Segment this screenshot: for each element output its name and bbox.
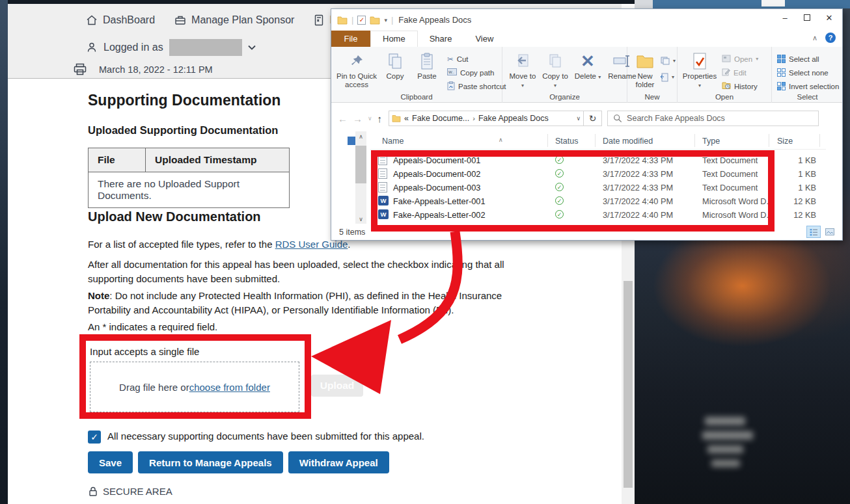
up-icon[interactable]: ↑ [377, 113, 383, 124]
cut-button[interactable]: ✂ Cut [447, 52, 506, 66]
file-type: Microsoft Word D... [702, 210, 773, 220]
home-icon [86, 14, 98, 26]
word-file-icon: W [378, 196, 389, 206]
scroll-up-icon[interactable]: ∧ [355, 131, 366, 141]
new-item-button[interactable]: ▾ [661, 54, 676, 68]
properties-check-icon[interactable]: ✓ [357, 16, 366, 25]
column-status[interactable]: Status [555, 137, 578, 146]
all-submitted-checkbox[interactable]: ✓ [88, 431, 101, 444]
crumb-current[interactable]: Fake Appeals Docs [478, 114, 549, 123]
nav-pane-scrollbar[interactable]: ∧ ∨ [355, 131, 366, 224]
crumb-overflow[interactable]: « [404, 114, 409, 123]
save-button[interactable]: Save [88, 451, 133, 473]
back-icon[interactable]: ← [338, 113, 348, 124]
file-dropzone[interactable]: Drag file here or choose from folder [90, 362, 299, 412]
select-none-button[interactable]: Select none [777, 66, 839, 79]
file-size: 1 KB [771, 169, 816, 179]
qat-customize-icon[interactable]: ▾ [384, 17, 387, 23]
tab-view[interactable]: View [463, 31, 505, 47]
folder-icon[interactable] [337, 16, 348, 25]
refresh-button[interactable]: ↻ [584, 111, 602, 126]
nav-dashboard[interactable]: DashBoard [86, 14, 155, 26]
folder-icon[interactable] [370, 16, 380, 25]
history-icon [722, 81, 731, 91]
file-row[interactable]: W Fake-Appeals-Letter-002 ✓ 3/17/2022 4:… [370, 208, 839, 222]
file-row[interactable]: Appeals-Document-002 ✓ 3/17/2022 4:33 PM… [370, 167, 839, 181]
logged-in-menu[interactable]: Logged in as [86, 39, 256, 56]
paste-shortcut-button[interactable]: Paste shortcut [447, 79, 506, 93]
tab-file[interactable]: File [331, 31, 370, 47]
address-bar[interactable]: « Fake Docume... › Fake Appeals Docs ∨ [389, 111, 584, 126]
properties-button[interactable]: Properties▾ [681, 50, 718, 89]
maximize-button[interactable] [796, 9, 818, 26]
select-all-button[interactable]: Select all [777, 52, 839, 66]
file-type: Text Document [702, 169, 758, 179]
page-scrollbar-thumb[interactable] [624, 281, 633, 488]
word-file-icon: W [378, 209, 389, 219]
open-button[interactable]: Open▾ [722, 52, 758, 66]
history-button[interactable]: History [722, 79, 758, 93]
copy-to-button[interactable]: Copy to ▾ [542, 50, 569, 89]
column-size[interactable]: Size [777, 137, 793, 146]
paste-button[interactable]: Paste [412, 50, 442, 81]
column-type[interactable]: Type [702, 137, 720, 146]
file-size: 1 KB [771, 183, 816, 192]
printer-icon[interactable] [73, 62, 87, 77]
file-row[interactable]: W Fake-Appeals-Letter-001 ✓ 3/17/2022 4:… [370, 194, 839, 208]
delete-button[interactable]: ✕ Delete ▾ [574, 50, 601, 81]
copy-path-button[interactable]: W.. Copy path [447, 66, 506, 79]
tab-home[interactable]: Home [370, 31, 418, 47]
background-window-fragment [761, 0, 785, 7]
easy-access-button[interactable]: ▾ [661, 70, 676, 84]
properties-icon [692, 50, 707, 72]
explorer-titlebar[interactable]: | ✓ ▾ | Fake Appeals Docs – ✕ [331, 9, 842, 31]
ribbon-group-select: Select all Select none Invert selection … [772, 47, 843, 103]
pin-to-quick-access-button[interactable]: Pin to Quick access [335, 50, 378, 89]
file-row[interactable]: Appeals-Document-001 ✓ 3/17/2022 4:33 PM… [370, 153, 839, 167]
report-icon [314, 14, 324, 26]
file-types-text: For a list of accepted file types, refer… [88, 239, 275, 250]
items-count: 5 items [339, 228, 365, 237]
column-date-modified[interactable]: Date modified [603, 137, 653, 146]
column-name[interactable]: Name [382, 137, 404, 146]
crumb-parent[interactable]: Fake Docume... [412, 114, 469, 123]
move-to-button[interactable]: Move to ▾ [509, 50, 536, 89]
file-name: Appeals-Document-001 [393, 155, 480, 165]
paste-label: Paste [417, 72, 436, 81]
file-row[interactable]: Appeals-Document-003 ✓ 3/17/2022 4:33 PM… [370, 181, 839, 194]
file-name: Fake-Appeals-Letter-002 [393, 210, 486, 220]
nav-pane-icon-fragment [348, 137, 355, 145]
return-to-manage-appeals-button[interactable]: Return to Manage Appeals [138, 451, 283, 473]
upload-button[interactable]: Upload [311, 375, 363, 397]
close-button[interactable]: ✕ [818, 9, 840, 26]
address-dropdown-icon[interactable]: ∨ [577, 115, 581, 122]
details-view-button[interactable] [806, 226, 821, 238]
edit-button[interactable]: Edit [722, 66, 758, 79]
search-input[interactable] [627, 114, 813, 123]
collapse-ribbon-icon[interactable]: ∧ [812, 34, 817, 42]
help-icon[interactable]: ? [825, 33, 836, 43]
file-type: Text Document [702, 183, 758, 192]
choose-from-folder-link[interactable]: choose from folder [189, 382, 270, 393]
invert-selection-button[interactable]: Invert selection [777, 79, 839, 93]
scroll-down-icon[interactable]: ∨ [355, 214, 366, 224]
recent-locations-icon[interactable]: ∨ [368, 115, 372, 122]
history-label: History [734, 83, 758, 90]
scissors-icon: ✂ [447, 55, 454, 64]
withdraw-appeal-button[interactable]: Withdraw Appeal [288, 451, 389, 473]
required-field-note: An * indicates a required field. [88, 320, 217, 334]
crumb-separator: › [473, 114, 475, 122]
search-box[interactable] [607, 111, 819, 126]
nav-manage-plan-sponsor[interactable]: Manage Plan Sponsor [174, 14, 294, 26]
minimize-button[interactable]: – [774, 9, 796, 26]
nav-pane-scrollbar-thumb[interactable] [355, 146, 366, 183]
copy-button[interactable]: Copy [381, 50, 409, 81]
tab-share[interactable]: Share [418, 31, 464, 47]
paste-shortcut-icon [447, 81, 455, 92]
open-group-label: Open [678, 93, 771, 101]
new-folder-button[interactable]: New folder [631, 50, 659, 89]
text-file-icon [378, 168, 387, 179]
forward-icon[interactable]: → [353, 113, 363, 124]
thumbnail-view-button[interactable] [823, 226, 837, 238]
cut-label: Cut [457, 55, 469, 63]
